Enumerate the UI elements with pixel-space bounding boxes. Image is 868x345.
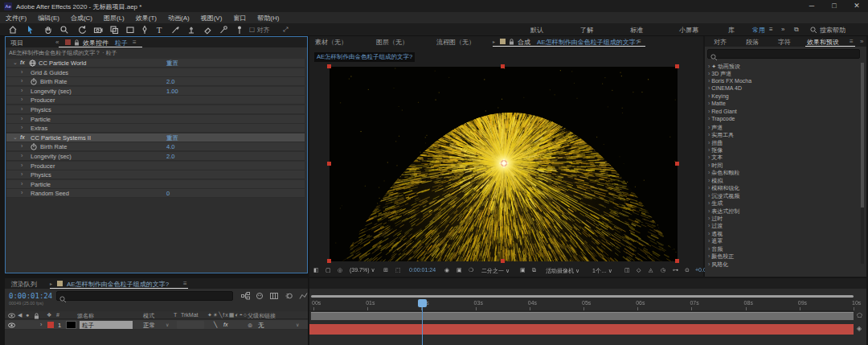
graph-editor-icon[interactable]: [299, 292, 308, 300]
tab-align[interactable]: 对齐: [714, 38, 727, 47]
shape-tool[interactable]: [124, 24, 137, 35]
effects-category[interactable]: › 音频: [708, 245, 723, 253]
flowchart-icon[interactable]: ⊶: [673, 267, 678, 273]
resolution-dropdown[interactable]: 二分之一 ∨: [481, 267, 510, 275]
workspace-active[interactable]: 常用: [752, 26, 765, 35]
effect-property-row[interactable]: ›Birth Rate4.0: [6, 142, 305, 151]
effects-category[interactable]: › CINEMA 4D: [708, 85, 742, 92]
layer-name-input[interactable]: 粒子: [80, 321, 133, 329]
comp-button-icon[interactable]: ◈: [857, 325, 862, 332]
reset-exposure-icon[interactable]: ⊙: [685, 267, 690, 273]
tab-render-queue[interactable]: 渲染队列: [11, 280, 37, 289]
channels-icon[interactable]: ❍: [469, 267, 473, 273]
magnify-icon[interactable]: ◎: [338, 267, 342, 273]
effects-category[interactable]: › 时间: [708, 162, 723, 169]
effects-category[interactable]: › 模糊和锐化: [708, 184, 739, 191]
time-navigator[interactable]: [311, 295, 854, 298]
hand-tool[interactable]: [42, 24, 55, 35]
work-area-bar[interactable]: [311, 312, 854, 320]
effects-category[interactable]: › 表达式控制: [708, 207, 739, 215]
mask-icon[interactable]: ⬚: [395, 267, 401, 273]
tab-paragraph[interactable]: 段落: [746, 38, 759, 47]
mode-dropdown-arrow[interactable]: ∨: [166, 322, 169, 327]
effects-category[interactable]: › 遮罩: [708, 237, 723, 244]
effects-category[interactable]: › 3D 声道: [708, 70, 731, 77]
tabs-more[interactable]: »: [860, 38, 863, 45]
pen-tool[interactable]: [138, 24, 151, 35]
camera-dropdown[interactable]: 活动摄像机 ∨: [546, 267, 579, 275]
search-help[interactable]: 搜索帮助: [820, 26, 845, 35]
effects-category[interactable]: › 风格化: [708, 261, 728, 268]
layer-mode[interactable]: 正常: [143, 322, 155, 330]
tab-project[interactable]: 项目: [10, 39, 23, 47]
effect-property-row[interactable]: ›Particle: [6, 115, 305, 124]
expand-icon[interactable]: ⤢: [283, 26, 288, 34]
effects-category[interactable]: › Red Giant: [708, 109, 737, 116]
eraser-tool[interactable]: [201, 24, 214, 35]
selection-handle[interactable]: [675, 259, 679, 263]
menu-item[interactable]: 动画(A): [162, 12, 195, 23]
transparency-grid-icon[interactable]: ⧉: [532, 267, 536, 273]
effect-header[interactable]: ⌄fxCC Particle World重置: [6, 59, 305, 68]
fx-switch[interactable]: fx: [223, 322, 227, 327]
channel-icon[interactable]: ◧: [313, 267, 319, 273]
selection-handle[interactable]: [675, 64, 679, 68]
parent-column[interactable]: 父级和链接: [248, 312, 276, 320]
effects-search-input[interactable]: [707, 49, 860, 59]
effect-property-row[interactable]: ›Producer: [6, 162, 305, 170]
layer-duration-bar[interactable]: [309, 324, 854, 335]
comp-marker-icon[interactable]: ⬠: [857, 312, 862, 319]
menu-item[interactable]: 合成(C): [65, 12, 98, 23]
close-button[interactable]: ✕: [845, 0, 868, 12]
menu-item[interactable]: 视图(V): [195, 12, 228, 23]
composition-canvas[interactable]: [330, 67, 678, 261]
tab-character[interactable]: 字符: [778, 38, 791, 47]
panel-menu-icon[interactable]: ≡: [850, 38, 854, 45]
shy-icon[interactable]: [256, 292, 264, 300]
viewer-timecode[interactable]: 0:00:01:24: [409, 267, 436, 273]
effects-category[interactable]: › 抠像: [708, 146, 723, 154]
effect-header[interactable]: ⌄fxCC Particle Systems II重置: [6, 133, 305, 142]
comp-breadcrumb[interactable]: AE怎样制作由金色粒子组成的文字?: [314, 52, 415, 62]
effect-property-row[interactable]: ›Birth Rate2.0: [6, 77, 305, 86]
panel-menu-icon[interactable]: ≡: [183, 280, 187, 287]
effects-category[interactable]: › 透视: [708, 230, 723, 237]
layer-expand-arrow[interactable]: ›: [40, 322, 42, 327]
selection-handle[interactable]: [501, 259, 505, 263]
effect-property-row[interactable]: ›Physics: [6, 105, 305, 114]
effect-property-row[interactable]: ›Longevity (sec)1.00: [6, 87, 305, 96]
workspace-tab[interactable]: 小屏幕: [679, 26, 698, 35]
brush-tool[interactable]: [169, 24, 182, 35]
effect-property-row[interactable]: ›Random Seed0: [6, 189, 305, 198]
layer-parent[interactable]: 无: [258, 322, 264, 330]
current-timecode[interactable]: 0:00:01:24: [9, 292, 52, 300]
selection-tool[interactable]: [24, 24, 37, 35]
effects-category[interactable]: › Boris FX Mocha: [708, 78, 751, 85]
lock-icon[interactable]: [509, 39, 514, 45]
preview-icon[interactable]: ▢: [326, 267, 331, 273]
trkmat-column[interactable]: TrkMat: [181, 312, 199, 318]
parent-dropdown-arrow[interactable]: ∨: [296, 322, 299, 327]
type-tool[interactable]: T: [153, 24, 166, 35]
effects-category[interactable]: › Trapcode: [708, 116, 735, 123]
selection-handle[interactable]: [675, 162, 679, 166]
source-name-column[interactable]: 源名称: [77, 312, 94, 320]
workspace-menu-icon[interactable]: ≡: [769, 26, 773, 33]
frame-blend-icon[interactable]: [270, 292, 279, 300]
panel-menu-icon[interactable]: ≡: [637, 38, 641, 45]
workspace-tab[interactable]: 了解: [580, 26, 593, 35]
menu-item[interactable]: 窗口: [227, 12, 252, 23]
effects-category[interactable]: › 声道: [708, 124, 723, 131]
workspace-switch-icon[interactable]: ⧉: [794, 26, 799, 34]
selection-handle[interactable]: [327, 64, 331, 68]
effects-category[interactable]: › 颜色校正: [708, 253, 734, 260]
timeline-icon[interactable]: ◷: [661, 267, 665, 273]
collapse-tabs-icon[interactable]: «: [55, 39, 59, 46]
show-snapshot-icon[interactable]: ▣: [457, 267, 462, 273]
zoom-level-dropdown[interactable]: (39.7%) ∨: [350, 267, 375, 273]
effects-category[interactable]: › 实用工具: [708, 131, 734, 138]
selection-handle[interactable]: [327, 259, 331, 263]
menu-item[interactable]: 图层(L): [98, 12, 130, 23]
tab-layer[interactable]: 图层（无）: [376, 38, 408, 47]
selection-handle[interactable]: [501, 64, 505, 68]
